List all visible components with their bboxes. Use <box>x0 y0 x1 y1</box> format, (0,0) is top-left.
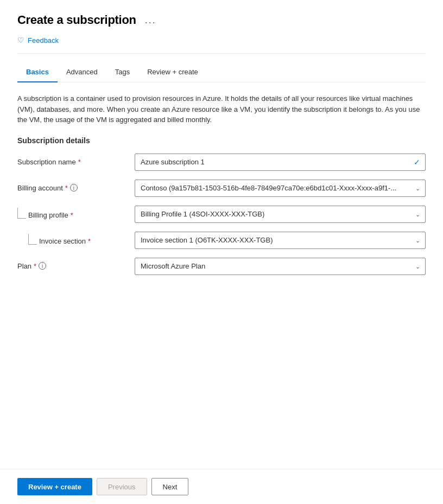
plan-control: Microsoft Azure Plan ⌄ <box>135 258 426 275</box>
billing-account-row: Billing account * i Contoso (9a157b81-15… <box>17 180 426 197</box>
subscription-name-label-col: Subscription name * <box>17 154 126 166</box>
footer-bar: Review + create Previous Next <box>0 469 443 504</box>
billing-account-required: * <box>65 184 68 192</box>
billing-account-label-col: Billing account * i <box>17 180 126 192</box>
billing-account-wrapper: Contoso (9a157b81-1503-516b-4fe8-7849e97… <box>135 180 426 197</box>
plan-label: Plan * i <box>17 262 126 270</box>
tabs-row: Basics Advanced Tags Review + create <box>17 62 426 82</box>
subscription-name-control: ✓ <box>135 154 426 171</box>
previous-button[interactable]: Previous <box>97 478 147 495</box>
feedback-link[interactable]: ♡ Feedback <box>17 36 426 44</box>
page-container: Create a subscription ... ♡ Feedback Bas… <box>0 0 443 504</box>
billing-profile-wrapper: Billing Profile 1 (4SOI-XXXX-XXX-TGB) ⌄ <box>135 206 426 223</box>
form-area: Subscription details Subscription name *… <box>17 136 426 275</box>
billing-account-control: Contoso (9a157b81-1503-516b-4fe8-7849e97… <box>135 180 426 197</box>
billing-profile-connector <box>17 208 26 219</box>
subscription-name-row: Subscription name * ✓ <box>17 154 426 171</box>
subscription-name-input[interactable] <box>135 154 426 171</box>
billing-profile-label: Billing profile * <box>28 211 73 219</box>
page-header: Create a subscription ... <box>17 13 426 27</box>
plan-wrapper: Microsoft Azure Plan ⌄ <box>135 258 426 275</box>
tab-review-create[interactable]: Review + create <box>138 62 207 82</box>
billing-account-label: Billing account * i <box>17 184 126 192</box>
billing-profile-label-container: Billing profile * <box>17 210 126 221</box>
review-create-button[interactable]: Review + create <box>17 478 92 495</box>
ellipsis-button[interactable]: ... <box>143 14 159 27</box>
section-title: Subscription details <box>17 136 426 145</box>
billing-account-info-icon[interactable]: i <box>70 184 78 192</box>
tab-advanced[interactable]: Advanced <box>58 62 106 82</box>
billing-profile-select[interactable]: Billing Profile 1 (4SOI-XXXX-XXX-TGB) <box>135 206 426 223</box>
tab-basics[interactable]: Basics <box>17 62 58 82</box>
plan-required: * <box>34 262 36 270</box>
invoice-section-connector <box>28 234 37 245</box>
tab-tags[interactable]: Tags <box>106 62 138 82</box>
billing-account-select[interactable]: Contoso (9a157b81-1503-516b-4fe8-7849e97… <box>135 180 426 197</box>
plan-info-icon[interactable]: i <box>39 262 46 270</box>
subscription-name-required: * <box>78 158 81 166</box>
page-title: Create a subscription <box>17 13 136 27</box>
billing-profile-required: * <box>71 211 73 219</box>
main-content: Create a subscription ... ♡ Feedback Bas… <box>0 0 443 469</box>
invoice-section-label-container: Invoice section * <box>17 236 126 247</box>
heart-icon: ♡ <box>17 36 24 44</box>
subscription-name-wrapper: ✓ <box>135 154 426 171</box>
invoice-section-select[interactable]: Invoice section 1 (O6TK-XXXX-XXX-TGB) <box>135 232 426 249</box>
invoice-section-label: Invoice section * <box>39 237 91 245</box>
next-button[interactable]: Next <box>151 478 189 495</box>
invoice-section-label-col: Invoice section * <box>17 232 126 247</box>
billing-profile-row: Billing profile * Billing Profile 1 (4SO… <box>17 206 426 223</box>
invoice-section-wrapper: Invoice section 1 (O6TK-XXXX-XXX-TGB) ⌄ <box>135 232 426 249</box>
feedback-label: Feedback <box>28 36 59 44</box>
description-text: A subscription is a container used to pr… <box>17 93 426 125</box>
invoice-section-control: Invoice section 1 (O6TK-XXXX-XXX-TGB) ⌄ <box>135 232 426 249</box>
billing-profile-control: Billing Profile 1 (4SOI-XXXX-XXX-TGB) ⌄ <box>135 206 426 223</box>
billing-profile-label-col: Billing profile * <box>17 206 126 221</box>
header-divider <box>17 53 426 54</box>
plan-select[interactable]: Microsoft Azure Plan <box>135 258 426 275</box>
plan-row: Plan * i Microsoft Azure Plan ⌄ <box>17 258 426 275</box>
invoice-section-row: Invoice section * Invoice section 1 (O6T… <box>17 232 426 249</box>
subscription-name-label: Subscription name * <box>17 158 126 166</box>
plan-label-col: Plan * i <box>17 258 126 270</box>
invoice-section-required: * <box>88 237 91 245</box>
